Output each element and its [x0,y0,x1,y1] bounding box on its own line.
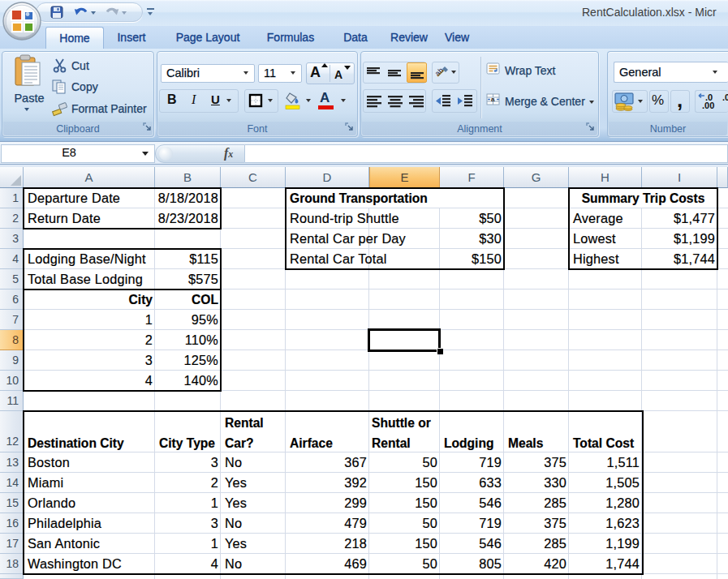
svg-text:ab: ab [435,66,445,78]
svg-text:.0: .0 [722,92,728,102]
svg-text:.00: .00 [702,101,714,110]
svg-text:a: a [491,96,495,103]
